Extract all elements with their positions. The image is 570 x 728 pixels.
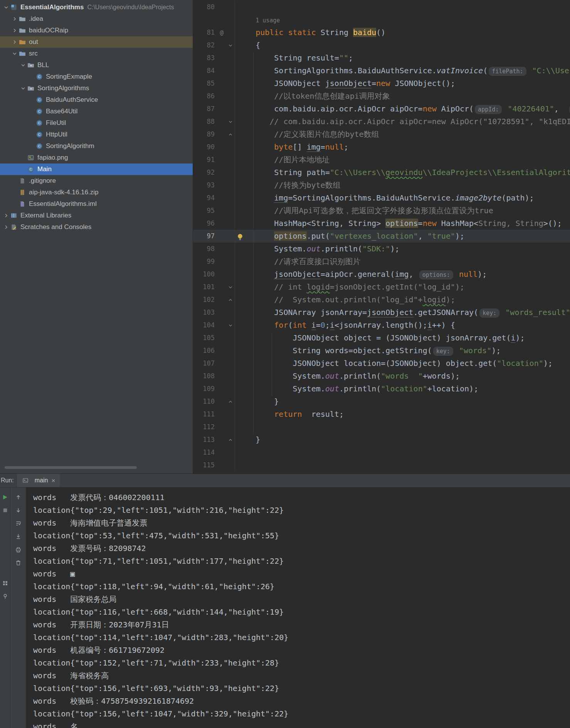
line-number[interactable]: 105 [193, 332, 217, 344]
navigate-down-button[interactable] [13, 506, 23, 515]
tree-item-idea[interactable]: .idea [0, 13, 193, 25]
fold-icon[interactable] [226, 319, 235, 332]
soft-wrap-button[interactable] [13, 519, 23, 528]
line-number[interactable]: 102 [193, 293, 217, 306]
tree-item-scratches-and-consoles[interactable]: Scratches and Consoles [0, 221, 193, 233]
tree-item-sortingalgorithm[interactable]: CSortingAlgorithm [0, 140, 193, 152]
console-output[interactable]: words 发票代码：046002200111location{"top":29… [26, 487, 570, 728]
line-number[interactable]: 98 [193, 243, 217, 255]
line-number[interactable]: 90 [193, 141, 217, 153]
chevron-right-icon[interactable] [2, 212, 10, 219]
horizontal-scrollbar[interactable] [5, 466, 137, 469]
tree-item-base64util[interactable]: CBase64Util [0, 106, 193, 117]
line-number[interactable]: 111 [193, 408, 217, 421]
fold-icon[interactable] [226, 39, 235, 52]
chevron-right-icon[interactable] [2, 223, 10, 231]
line-number[interactable]: 109 [193, 383, 217, 395]
tree-item-sortingalgorithms[interactable]: SortingAlgorithms [0, 83, 193, 94]
tree-item-gitignore[interactable]: .gitignore [0, 175, 193, 187]
line-number[interactable]: 82 [193, 39, 217, 52]
line-number[interactable]: 101 [193, 281, 217, 293]
line-number[interactable]: 96 [193, 217, 217, 230]
gutter-spacer [217, 421, 226, 433]
close-icon[interactable]: × [51, 477, 55, 484]
restore-layout-button[interactable] [0, 578, 10, 588]
code-text: System.out.println("SDK:"); [235, 243, 570, 255]
tree-item-baiduauthservice[interactable]: CBaiduAuthService [0, 94, 193, 106]
tree-item-out[interactable]: out [0, 36, 193, 48]
code-text: // int logid=jsonObject.getInt("log_id")… [235, 281, 570, 293]
line-number[interactable]: 114 [193, 446, 217, 459]
line-number[interactable]: 87 [193, 103, 217, 115]
line-number[interactable]: 99 [193, 255, 217, 268]
line-number[interactable]: 85 [193, 77, 217, 90]
line-number[interactable]: 112 [193, 421, 217, 433]
fold-icon[interactable] [226, 433, 235, 446]
fold-icon[interactable] [226, 281, 235, 293]
line-number[interactable] [193, 13, 217, 26]
fold-spacer [226, 383, 235, 395]
code-editor[interactable]: 80 1 usage81@ public static String baidu… [193, 0, 570, 474]
tree-item-essentialalgorithms[interactable]: EssentialAlgorithmsC:\Users\geovindu\Ide… [0, 2, 193, 13]
tree-item-bll[interactable]: BLL [0, 59, 193, 71]
tree-item-main[interactable]: CMain [0, 163, 193, 175]
pin-tab-button[interactable] [0, 592, 10, 601]
chevron-down-icon[interactable] [19, 61, 27, 69]
line-number[interactable]: 91 [193, 153, 217, 166]
line-number[interactable]: 92 [193, 166, 217, 179]
chevron-down-icon[interactable] [2, 3, 10, 11]
tab-main[interactable]: main × [17, 474, 60, 487]
navigate-up-button[interactable] [13, 492, 23, 502]
tree-item-fapiao-png[interactable]: fapiao.png [0, 152, 193, 163]
chevron-down-icon[interactable] [19, 84, 27, 92]
lightbulb-icon[interactable] [236, 232, 244, 243]
line-number[interactable]: 100 [193, 268, 217, 281]
line-number[interactable]: 86 [193, 90, 217, 103]
console-line: words 海省税务高 [33, 669, 570, 682]
clear-all-button[interactable] [13, 558, 23, 567]
line-number[interactable]: 93 [193, 179, 217, 192]
fold-icon[interactable] [226, 128, 235, 141]
fold-spacer [226, 192, 235, 204]
chevron-right-icon[interactable] [11, 27, 18, 34]
stop-button[interactable] [0, 506, 10, 515]
chevron-right-icon[interactable] [11, 15, 18, 23]
tree-item-baiduocraip[interactable]: baiduOCRaip [0, 25, 193, 36]
line-number[interactable]: 104 [193, 319, 217, 332]
line-number[interactable]: 110 [193, 395, 217, 408]
code-text: //转换为byte数组 [235, 179, 570, 192]
line-number[interactable]: 103 [193, 306, 217, 319]
tree-item-src[interactable]: src [0, 48, 193, 59]
rerun-button[interactable] [0, 492, 10, 502]
line-number[interactable]: 94 [193, 192, 217, 204]
tree-item-aip-java-sdk-4-16-16-zip[interactable]: aip-java-sdk-4.16.16.zip [0, 187, 193, 198]
scratches-icon [10, 223, 18, 231]
line-number[interactable]: 81 [193, 26, 217, 39]
tree-item-sortingexmaple[interactable]: CSortingExmaple [0, 71, 193, 83]
tree-item-httputil[interactable]: CHttpUtil [0, 129, 193, 140]
line-number[interactable]: 113 [193, 433, 217, 446]
fold-icon[interactable] [226, 115, 235, 128]
print-button[interactable] [13, 545, 23, 554]
line-number[interactable]: 95 [193, 204, 217, 217]
line-number[interactable]: 88 [193, 115, 217, 128]
line-number[interactable]: 106 [193, 344, 217, 357]
fold-icon[interactable] [226, 293, 235, 306]
project-panel[interactable]: EssentialAlgorithmsC:\Users\geovindu\Ide… [0, 0, 193, 474]
line-number[interactable]: 115 [193, 459, 217, 472]
line-number[interactable]: 97 [193, 230, 217, 243]
line-number[interactable]: 107 [193, 357, 217, 370]
tree-item-external-libraries[interactable]: External Libraries [0, 210, 193, 221]
chevron-right-icon[interactable] [11, 38, 18, 46]
line-number[interactable]: 80 [193, 1, 217, 13]
fold-icon[interactable] [226, 395, 235, 408]
chevron-down-icon[interactable] [11, 50, 18, 57]
tree-item-essentialalgorithms-iml[interactable]: EssentialAlgorithms.iml [0, 198, 193, 210]
scroll-to-end-button[interactable] [13, 532, 23, 541]
line-number[interactable]: 84 [193, 64, 217, 77]
line-number[interactable]: 89 [193, 128, 217, 141]
tree-item-fileutil[interactable]: CFileUtil [0, 117, 193, 129]
code-text: img=SortingAlgorithms.BaiduAuthService.i… [235, 192, 570, 204]
line-number[interactable]: 108 [193, 370, 217, 383]
line-number[interactable]: 83 [193, 52, 217, 64]
